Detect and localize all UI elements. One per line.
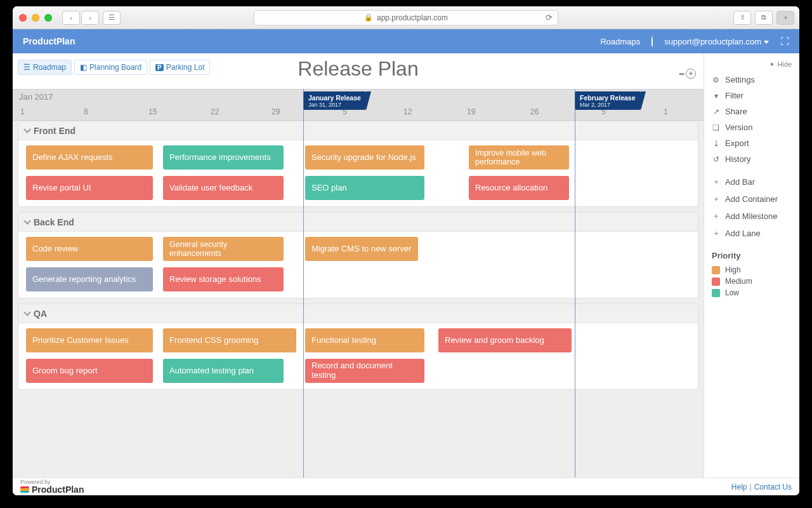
sidebar-action[interactable]: ❏Version [712,119,792,135]
sidebar-item-icon: ↗ [712,107,720,116]
timeline-day: 19 [467,107,475,116]
caret-down-icon [764,41,769,44]
app-brand[interactable]: ProductPlan [23,36,600,46]
fullscreen-icon[interactable]: ⛶ [780,36,789,46]
zoom-in-button[interactable]: + [686,69,696,79]
sidebar-add-action[interactable]: ＋Add Lane [712,225,792,242]
legend-item: High [712,264,792,276]
roadmap-bar[interactable]: Revise portal UI [26,176,153,200]
zoom-out-button[interactable]: − [679,69,684,80]
plus-icon: ＋ [712,228,720,239]
url-bar[interactable]: 🔒 app.productplan.com ⟳ [254,10,558,25]
sidebar-item-icon: ↺ [712,155,720,164]
tab-parking-lot[interactable]: PParking Lot [150,60,210,75]
sidebar-add-action[interactable]: ＋Add Bar [712,173,792,190]
roadmap-bar[interactable]: Functional testing [305,328,424,352]
roadmap-bar[interactable]: Frontend CSS grooming [163,328,296,352]
nav-roadmaps[interactable]: Roadmaps [600,37,640,46]
roadmap-bar[interactable]: Review storage solutions [163,267,284,291]
sidebar-item-icon: ▾ [712,91,720,100]
sidebar-action[interactable]: ⤓Export [712,135,792,151]
timeline-day: 22 [211,107,219,116]
browser-window: ‹ › ☰ 🔒 app.productplan.com ⟳ ⇪ ⧉ ＋ Prod… [13,6,799,495]
roadmap-bar[interactable]: Prioritize Customer Issues [26,328,153,352]
chevron-down-icon [23,126,30,133]
sidebar-action[interactable]: ↺History [712,151,792,167]
footer-logo[interactable]: ProductPlan [20,485,84,494]
zoom-window-icon[interactable] [44,14,52,22]
roadmap-bar[interactable]: Generate reporting analytics [26,267,153,291]
sidebar-item-icon: ⤓ [712,139,720,148]
help-link[interactable]: Help [731,483,747,491]
lane-header[interactable]: Front End [18,121,698,140]
timeline-day: 12 [403,107,412,116]
roadmap-bar[interactable]: Define AJAX requests [26,145,153,170]
hide-sidebar-button[interactable]: ▸ Hide [712,60,792,68]
sidebar-add-action[interactable]: ＋Add Container [712,190,792,208]
back-button[interactable]: ‹ [62,11,80,25]
share-button[interactable]: ⇪ [733,11,751,25]
roadmap-bar[interactable]: Improve mobile web performance [469,145,569,170]
sidebar-add-action[interactable]: ＋Add Milestone [712,208,792,225]
reload-icon[interactable]: ⟳ [546,13,553,22]
plus-icon: ＋ [712,211,720,222]
new-tab-button[interactable]: ＋ [776,11,794,25]
traffic-lights [19,14,52,22]
page-title: Release Plan [298,53,418,81]
sidebar-action[interactable]: ↗Share [712,104,792,119]
chevron-down-icon [23,217,30,224]
timeline-day: 26 [530,107,539,116]
tabs-button[interactable]: ⧉ [755,11,773,25]
lane: Back EndCode reviewGeneral security enha… [18,212,698,298]
contact-us-link[interactable]: Contact Us [754,483,792,491]
roadmap-bar[interactable]: Performance improvements [163,145,284,170]
forward-button[interactable]: › [81,11,99,25]
sidebar-action[interactable]: ⚙Settings [712,72,792,88]
roadmap-bar[interactable]: Migrate CMS to new server [305,237,418,261]
sidebar-item-icon: ⚙ [712,76,720,84]
notifications-icon[interactable] [652,37,653,46]
legend-swatch [712,266,720,274]
roadmap-bar[interactable]: Security upgrade for Node.js [305,145,424,170]
roadmap-bar[interactable]: Resource allocation [469,176,569,200]
parking-icon: P [155,64,164,71]
roadmap-bar[interactable]: Review and groom backlog [438,328,572,352]
legend-item: Low [712,287,792,298]
sidebar-action[interactable]: ▾Filter [712,88,792,104]
roadmap-bar[interactable]: Record and document testing [305,359,424,383]
tab-planning-board[interactable]: ◧Planning Board [74,60,147,75]
legend-swatch [712,277,720,286]
timeline-header: Jan 2017FebMar18152229512192651January R… [13,89,704,121]
legend-swatch [712,289,720,297]
logo-stripes-icon [20,486,29,493]
milestone-marker[interactable]: February ReleaseMar 2, 2017 [575,91,641,110]
lane-row: Define AJAX requestsPerformance improvem… [18,145,698,171]
roadmap-bar[interactable]: General security enhancements [163,237,284,261]
close-window-icon[interactable] [19,14,27,22]
sidebar-item-icon: ❏ [712,123,720,132]
lock-icon: 🔒 [364,13,373,22]
footer: Powered by ProductPlan Help|Contact Us [13,478,799,495]
roadmap-bar[interactable]: Code review [26,237,153,261]
lane-header[interactable]: Back End [18,213,698,232]
milestone-line [303,89,304,478]
user-menu[interactable]: support@productplan.com [664,37,769,46]
timeline-day: 29 [272,107,280,116]
tab-roadmap[interactable]: ☰Roadmap [18,60,72,75]
plus-icon: ＋ [712,194,720,204]
roadmap-bar[interactable]: Automated testing plan [163,359,284,383]
timeline-day: 1 [664,107,668,116]
url-text: app.productplan.com [377,13,448,22]
minimize-window-icon[interactable] [32,14,39,22]
lane-header[interactable]: QA [18,304,698,323]
roadmap-bar[interactable]: SEO plan [305,176,424,200]
roadmap-bar[interactable]: Validate user feedback [163,176,284,200]
roadmap-bar[interactable]: Groom bug report [26,359,153,383]
timeline-month: Jan 2017 [19,92,53,102]
sidebar-toggle-button[interactable]: ☰ [103,11,121,25]
board-icon: ◧ [80,63,87,72]
lane-row: Code reviewGeneral security enhancements… [18,237,698,262]
milestone-marker[interactable]: January ReleaseJan 31, 2017 [303,91,366,110]
lane-row: Generate reporting analyticsReview stora… [18,267,698,293]
legend-title: Priority [712,251,792,260]
